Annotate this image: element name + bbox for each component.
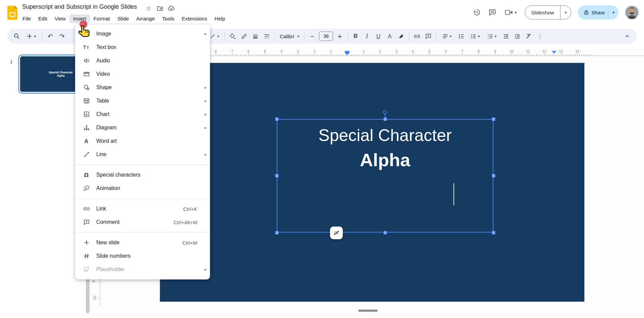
- fill-color-button[interactable]: [228, 31, 237, 41]
- menu-item-slide-numbers[interactable]: Slide numbers: [75, 249, 210, 263]
- decrease-indent-button[interactable]: [501, 31, 511, 41]
- undo-button[interactable]: ↶: [46, 31, 55, 41]
- menu-item-new-slide[interactable]: New slideCtrl+M: [75, 236, 210, 249]
- increase-font-size-button[interactable]: +: [335, 31, 344, 41]
- menu-item-video[interactable]: Video: [75, 67, 210, 81]
- menubar-item-tools[interactable]: Tools: [159, 14, 178, 23]
- clear-formatting-button[interactable]: [524, 31, 533, 41]
- share-button[interactable]: Share ▾: [578, 5, 619, 19]
- line-spacing-button[interactable]: [456, 31, 466, 41]
- menubar-item-format[interactable]: Format: [90, 14, 114, 23]
- italic-button[interactable]: I: [362, 31, 372, 41]
- submenu-arrow-icon: ▸: [202, 85, 207, 90]
- ruler-tick: [427, 55, 428, 56]
- slideshow-button[interactable]: Slideshow ▾: [525, 5, 572, 19]
- menu-item-chart[interactable]: Chart▸: [75, 108, 210, 121]
- ruler-tick: [411, 55, 411, 56]
- zoom-icon[interactable]: [12, 31, 21, 41]
- selection-handle-se[interactable]: [492, 231, 495, 235]
- selection-handle-sw[interactable]: [275, 231, 279, 235]
- menu-item-animation[interactable]: Animation: [75, 182, 210, 195]
- avatar[interactable]: [625, 6, 639, 19]
- ruler-tick: [405, 54, 405, 56]
- star-icon[interactable]: ☆: [145, 5, 152, 12]
- numbered-list-button[interactable]: 1 2 3 ▾: [484, 31, 499, 41]
- menubar-item-slide[interactable]: Slide: [114, 14, 132, 23]
- new-slide-plus-button[interactable]: +▾: [24, 31, 39, 41]
- horizontal-scrollbar[interactable]: [358, 310, 378, 312]
- menu-item-diagram[interactable]: Diagram▸: [75, 121, 210, 134]
- autofit-off-button[interactable]: [330, 227, 343, 239]
- ruler-tick: [285, 55, 286, 56]
- underline-button[interactable]: U: [374, 31, 383, 41]
- menubar-item-insert[interactable]: Insert: [69, 14, 90, 23]
- version-history-icon[interactable]: [473, 8, 481, 17]
- ruler-tick: [314, 53, 315, 56]
- bold-button[interactable]: B: [351, 31, 360, 41]
- decrease-font-size-button[interactable]: −: [308, 31, 317, 41]
- ruler-tick: [396, 53, 397, 56]
- selection-handle-e[interactable]: [492, 174, 495, 178]
- redo-button[interactable]: ↷: [57, 31, 67, 41]
- insert-link-button[interactable]: [412, 31, 422, 41]
- selection-handle-s[interactable]: [383, 231, 387, 235]
- menu-item-shape[interactable]: Shape▸: [75, 81, 210, 94]
- rotation-handle[interactable]: [383, 110, 387, 114]
- menubar-item-extensions[interactable]: Extensions: [178, 14, 211, 23]
- menubar-item-file[interactable]: File: [19, 14, 35, 23]
- ruler-tick: [423, 55, 424, 56]
- menu-item-line[interactable]: Line▸: [75, 148, 210, 161]
- highlight-color-button[interactable]: [396, 31, 406, 41]
- cloud-saved-icon[interactable]: [168, 5, 175, 12]
- menubar-item-view[interactable]: View: [51, 14, 69, 23]
- border-dash-button[interactable]: [262, 31, 271, 41]
- move-folder-icon[interactable]: [156, 5, 164, 12]
- align-button[interactable]: ▾: [439, 31, 454, 41]
- ruler-tick: [505, 55, 506, 56]
- share-options-dropdown[interactable]: ▾: [608, 5, 619, 19]
- add-comment-button[interactable]: [424, 31, 433, 41]
- menu-item-audio[interactable]: Audio: [75, 54, 210, 67]
- ruler-tick: [364, 53, 364, 56]
- ruler-label: 3: [297, 49, 299, 53]
- ruler-tick: [99, 292, 101, 292]
- document-title[interactable]: Superscript and Subscript in Google Slid…: [22, 3, 137, 10]
- menubar-item-help[interactable]: Help: [211, 14, 229, 23]
- menu-item-label: Shape: [96, 84, 202, 90]
- menubar-item-arrange[interactable]: Arrange: [132, 14, 158, 23]
- ruler-tick: [481, 55, 481, 56]
- menu-item-image[interactable]: Image▸: [75, 27, 210, 41]
- ruler-indent-marker[interactable]: [345, 51, 350, 55]
- ruler-indent-marker[interactable]: [552, 51, 556, 54]
- border-weight-button[interactable]: [251, 31, 260, 41]
- ruler-tick: [458, 55, 459, 56]
- menu-item-special-characters[interactable]: ΩSpecial characters: [75, 168, 210, 182]
- slideshow-options-dropdown[interactable]: ▾: [560, 6, 571, 19]
- more-options-icon[interactable]: ⋮: [535, 31, 545, 41]
- selection-handle-ne[interactable]: [492, 117, 495, 121]
- selection-handle-n[interactable]: [383, 117, 387, 121]
- text-box-selection[interactable]: [277, 119, 493, 233]
- menubar-item-edit[interactable]: Edit: [35, 14, 51, 23]
- font-size-input[interactable]: 36: [319, 31, 333, 41]
- menu-item-word-art[interactable]: AWord art: [75, 134, 210, 148]
- submenu-arrow-icon: ▸: [202, 152, 207, 157]
- ruler-tick: [253, 55, 253, 56]
- selection-handle-nw[interactable]: [275, 117, 279, 121]
- menu-item-comment[interactable]: CommentCtrl+Alt+M: [75, 215, 210, 229]
- text-color-button[interactable]: A: [385, 31, 394, 41]
- google-slides-logo-icon[interactable]: [7, 6, 17, 20]
- menu-item-table[interactable]: Table▸: [75, 94, 210, 108]
- bulleted-list-button[interactable]: ▾: [468, 31, 482, 41]
- menu-item-link[interactable]: LinkCtrl+K: [75, 202, 210, 215]
- menu-item-text-box[interactable]: TTText box: [75, 41, 210, 54]
- open-comments-icon[interactable]: [488, 8, 497, 17]
- collapse-toolbar-button[interactable]: [623, 31, 632, 41]
- font-family-select[interactable]: Calibri ▾: [278, 31, 301, 41]
- join-call-camera-icon[interactable]: ▾: [503, 8, 518, 17]
- increase-indent-button[interactable]: [513, 31, 522, 41]
- selection-handle-w[interactable]: [275, 174, 279, 178]
- border-color-button[interactable]: [239, 31, 249, 41]
- ruler-tick: [538, 55, 539, 56]
- ruler-tick: [499, 55, 499, 56]
